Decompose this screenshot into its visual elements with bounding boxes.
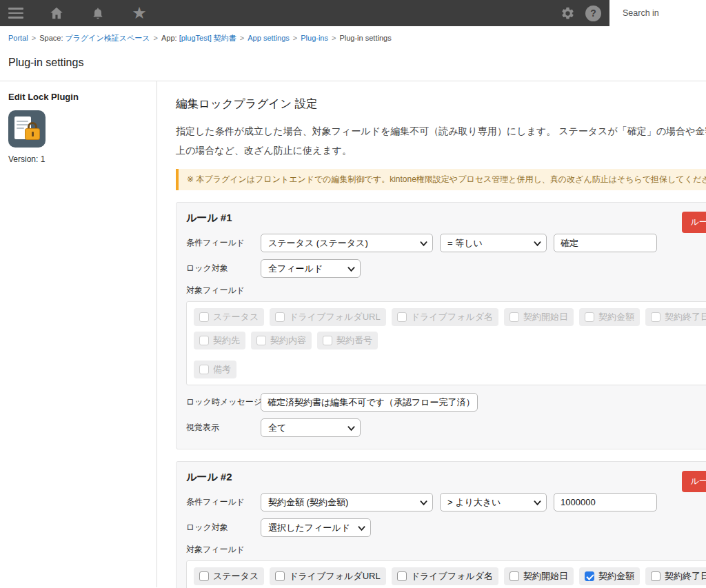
field-checkbox-label: 契約金額: [598, 311, 634, 323]
field-checkbox-label: 契約内容: [270, 334, 306, 347]
rule-2-lock-target-select[interactable]: 選択したフィールド: [261, 518, 371, 537]
field-checkbox-option[interactable]: 契約金額: [579, 567, 640, 585]
plugin-settings-title: 編集ロックプラグイン 設定: [176, 97, 706, 112]
lock-target-label: ロック対象: [186, 263, 255, 274]
breadcrumb-current: Plug-in settings: [339, 34, 391, 42]
plugin-settings-main: 編集ロックプラグイン 設定 指定した条件が成立した場合、対象フィールドを編集不可…: [157, 81, 706, 587]
checkbox-icon: [199, 365, 209, 374]
home-icon[interactable]: [48, 5, 65, 21]
rule-1-visual-select[interactable]: 全て: [261, 418, 361, 437]
checkbox-icon[interactable]: [651, 571, 660, 581]
plugin-description-line1: 指定した条件が成立した場合、対象フィールドを編集不可（読み取り専用）にします。 …: [176, 121, 706, 141]
field-checkbox-option: 契約内容: [251, 332, 312, 349]
breadcrumb-separator: >: [154, 34, 158, 42]
field-checkbox-option: 備考: [194, 361, 236, 378]
field-checkbox-option[interactable]: ステータス: [194, 567, 264, 585]
checkbox-icon: [199, 336, 209, 345]
checkbox-icon: [199, 312, 209, 322]
breadcrumb-prefix: Space:: [39, 34, 65, 42]
field-checkbox-option: 契約開始日: [504, 308, 574, 326]
field-checkbox-label: ドライブフォルダ名: [411, 311, 493, 323]
lock-target-label: ロック対象: [186, 522, 255, 534]
settings-gear-icon[interactable]: [559, 5, 576, 21]
field-checkbox-label: ドライブフォルダ名: [411, 570, 493, 582]
target-fields-label: 対象フィールド: [186, 544, 706, 556]
plugin-sidebar: Edit Lock Plugin Version: 1: [0, 81, 157, 587]
search-input[interactable]: Search in: [609, 0, 706, 26]
plugin-lock-icon: [8, 110, 46, 148]
checkbox-icon: [510, 312, 519, 322]
rule-1-operator-select[interactable]: = 等しい: [440, 234, 547, 252]
field-checkbox-label: ドライブフォルダURL: [289, 311, 380, 323]
page-title: Plug-in settings: [0, 46, 706, 81]
rule-2-operator-select[interactable]: > より大きい: [440, 493, 547, 511]
field-checkbox-option[interactable]: 契約終了日: [645, 567, 706, 585]
rule-2-target-fields-group: ステータスドライブフォルダURLドライブフォルダ名契約開始日契約金額契約終了日契…: [186, 560, 706, 588]
checkbox-icon: [275, 312, 285, 322]
rule-1-condition-value-input[interactable]: [554, 234, 657, 252]
field-checkbox-option[interactable]: 契約開始日: [504, 567, 574, 585]
checkbox-icon: [397, 312, 407, 322]
breadcrumb-separator: >: [332, 34, 336, 42]
field-checkbox-label: 契約終了日: [665, 570, 706, 582]
checkbox-checked-icon[interactable]: [585, 571, 594, 581]
rule-1-delete-button[interactable]: ルール削除: [682, 212, 706, 233]
help-icon[interactable]: ?: [585, 6, 601, 21]
condition-field-label: 条件フィールド: [186, 496, 255, 508]
rule-2-title: ルール #2: [186, 471, 706, 484]
field-checkbox-option: ドライブフォルダ名: [392, 308, 498, 326]
favorites-star-icon[interactable]: ★: [131, 5, 148, 21]
rule-1-lock-target-select[interactable]: 全フィールド: [261, 259, 361, 278]
breadcrumb-prefix: App:: [161, 34, 179, 42]
condition-field-label: 条件フィールド: [186, 237, 255, 249]
field-checkbox-option: 契約先: [194, 332, 245, 349]
field-checkbox-option: ドライブフォルダURL: [270, 308, 385, 326]
checkbox-icon[interactable]: [510, 571, 519, 581]
breadcrumb-separator: >: [32, 34, 36, 42]
breadcrumb-link[interactable]: プラグイン検証スペース: [65, 34, 150, 42]
checkbox-icon[interactable]: [397, 571, 407, 581]
rule-2-condition-value-input[interactable]: [554, 493, 657, 511]
field-checkbox-option: 契約終了日: [645, 308, 706, 326]
field-checkbox-label: 契約先: [213, 334, 240, 347]
visual-display-label: 視覚表示: [186, 422, 255, 434]
breadcrumb-link[interactable]: Plug-ins: [301, 34, 328, 42]
checkbox-icon[interactable]: [199, 571, 209, 581]
plugin-name: Edit Lock Plugin: [8, 92, 148, 102]
field-checkbox-option: 契約金額: [579, 308, 640, 326]
breadcrumb-link[interactable]: App settings: [248, 34, 290, 42]
field-checkbox-label: 契約開始日: [523, 311, 568, 323]
plugin-description-line2: 上の場合など、改ざん防止に使えます。: [176, 141, 706, 160]
rule-1-condition-field-select[interactable]: ステータス (ステータス): [261, 234, 433, 252]
field-checkbox-label: ステータス: [213, 570, 259, 582]
breadcrumb: Portal>Space: プラグイン検証スペース>App: [plugTest…: [0, 26, 706, 46]
field-checkbox-label: 契約番号: [336, 334, 372, 347]
field-checkbox-label: 契約開始日: [523, 570, 568, 582]
top-navigation-bar: ★ ? Search in: [0, 0, 706, 26]
checkbox-icon: [651, 312, 660, 322]
breadcrumb-link[interactable]: Portal: [8, 34, 28, 42]
rule-2-condition-field-select[interactable]: 契約金額 (契約金額): [261, 493, 433, 511]
rule-1-target-fields-group: ステータスドライブフォルダURLドライブフォルダ名契約開始日契約金額契約終了日契…: [186, 301, 706, 385]
frontend-control-notice: ※ 本プラグインはフロントエンドでの編集制御です。kintone権限設定やプロセ…: [176, 169, 706, 190]
field-checkbox-label: 契約終了日: [665, 311, 706, 323]
breadcrumb-link[interactable]: [plugTest] 契約書: [179, 34, 236, 42]
rule-1-title: ルール #1: [186, 212, 706, 225]
checkbox-icon: [323, 336, 332, 345]
checkbox-icon: [256, 336, 266, 345]
rule-2-delete-button[interactable]: ルール削除: [682, 471, 706, 492]
rule-1-lock-message-input[interactable]: [261, 393, 478, 412]
field-checkbox-label: ドライブフォルダURL: [289, 570, 380, 582]
rule-panel-1: ルール #1 ルール削除 条件フィールド ステータス (ステータス) = 等しい…: [176, 202, 706, 449]
checkbox-icon[interactable]: [275, 571, 285, 581]
field-checkbox-label: ステータス: [213, 311, 259, 323]
notifications-bell-icon[interactable]: [90, 5, 106, 21]
field-checkbox-option[interactable]: ドライブフォルダURL: [270, 567, 385, 585]
hamburger-menu-icon[interactable]: [8, 8, 23, 19]
field-checkbox-option[interactable]: ドライブフォルダ名: [392, 567, 498, 585]
breadcrumb-separator: >: [293, 34, 297, 42]
field-checkbox-option: ステータス: [194, 308, 264, 326]
field-checkbox-option: 契約番号: [317, 332, 378, 349]
breadcrumb-separator: >: [240, 34, 244, 42]
plugin-version: Version: 1: [8, 154, 148, 164]
